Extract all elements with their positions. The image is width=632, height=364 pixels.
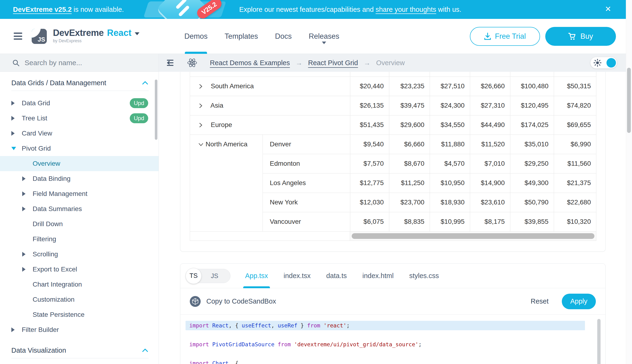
- cell[interactable]: $6,075: [350, 212, 389, 231]
- buy-button[interactable]: Buy: [545, 27, 616, 46]
- city-header[interactable]: Vancouver: [263, 212, 350, 231]
- row-header[interactable]: Asia: [190, 96, 350, 115]
- language-toggle[interactable]: TS JS: [186, 269, 231, 283]
- row-header-north-america[interactable]: North America: [190, 134, 263, 231]
- chevron-right-icon[interactable]: [198, 103, 203, 108]
- sidebar-scrollbar[interactable]: [155, 80, 157, 140]
- breadcrumb-pivot-grid-link[interactable]: React Pivot Grid: [308, 59, 358, 67]
- framework-selector-label[interactable]: React: [107, 28, 132, 38]
- cell[interactable]: $14,900: [470, 173, 510, 192]
- sidebar-item-export-to-excel[interactable]: Export to Excel: [0, 262, 159, 277]
- chevron-down-icon[interactable]: [198, 142, 204, 147]
- cell[interactable]: $18,930: [430, 192, 470, 212]
- cell[interactable]: $50,790: [510, 192, 554, 212]
- copy-to-codesandbox-label[interactable]: Copy to CodeSandBox: [206, 298, 276, 305]
- city-header[interactable]: Edmonton: [263, 154, 350, 173]
- nav-demos[interactable]: Demos: [184, 19, 207, 54]
- cell[interactable]: $24,300: [430, 96, 470, 115]
- cell[interactable]: $34,550: [430, 115, 470, 134]
- cell[interactable]: $20,440: [350, 76, 389, 96]
- cell[interactable]: $12,030: [350, 192, 389, 212]
- banner-version-link[interactable]: DevExtreme v25.2: [13, 6, 72, 13]
- reset-button[interactable]: Reset: [531, 298, 549, 305]
- breadcrumb-demos-link[interactable]: React Demos & Examples: [210, 59, 290, 67]
- sidebar-item-data-binding[interactable]: Data Binding: [0, 171, 159, 186]
- city-header[interactable]: Los Angeles: [263, 173, 350, 192]
- expand-arrow-icon[interactable]: [22, 192, 33, 196]
- cell[interactable]: $21,375: [554, 173, 596, 192]
- tab-index-html[interactable]: index.html: [362, 264, 393, 288]
- js-logo[interactable]: JS: [32, 29, 47, 44]
- expand-arrow-icon[interactable]: [22, 252, 33, 256]
- sidebar-item-chart-integration[interactable]: Chart Integration: [0, 277, 159, 292]
- tab-data-ts[interactable]: data.ts: [326, 264, 347, 288]
- cell[interactable]: $35,010: [510, 134, 554, 154]
- cell[interactable]: $29,250: [510, 154, 554, 173]
- nav-docs[interactable]: Docs: [275, 19, 292, 54]
- brand-block[interactable]: DevExtreme React by DevExpress: [53, 28, 139, 44]
- hamburger-menu-icon[interactable]: [14, 32, 22, 40]
- cell[interactable]: $39,475: [389, 96, 430, 115]
- language-option-js[interactable]: JS: [211, 269, 219, 283]
- cell[interactable]: $23,610: [470, 192, 510, 212]
- cell[interactable]: $8,670: [389, 154, 430, 173]
- cell[interactable]: $26,660: [470, 76, 510, 96]
- city-header[interactable]: Denver: [263, 134, 350, 154]
- cell[interactable]: $174,025: [510, 115, 554, 134]
- sidebar-item-filtering[interactable]: Filtering: [0, 232, 159, 247]
- cell[interactable]: $8,835: [389, 212, 430, 231]
- expand-arrow-icon[interactable]: [22, 267, 33, 272]
- free-trial-button[interactable]: Free Trial: [470, 27, 540, 46]
- section-data-visualization[interactable]: Data Visualization: [0, 344, 159, 357]
- banner-close-icon[interactable]: ✕: [605, 5, 611, 13]
- page-scrollbar-thumb[interactable]: [627, 68, 631, 133]
- code-scrollbar-thumb[interactable]: [597, 319, 600, 364]
- row-header[interactable]: South America: [190, 76, 350, 96]
- cell[interactable]: $10,995: [430, 212, 470, 231]
- sidebar-item-card-view[interactable]: Card View: [0, 126, 159, 141]
- cell[interactable]: $39,855: [510, 212, 554, 231]
- cell[interactable]: $9,540: [350, 134, 389, 154]
- tab-styles-css[interactable]: styles.css: [409, 264, 439, 288]
- code-editor[interactable]: import React, { useEffect, useRef } from…: [180, 315, 605, 364]
- cell[interactable]: $29,600: [389, 115, 430, 134]
- sidebar-item-pivot-grid[interactable]: Pivot Grid: [0, 141, 159, 156]
- sidebar-item-filter-builder[interactable]: Filter Builder: [0, 322, 159, 337]
- row-header[interactable]: Europe: [190, 115, 350, 134]
- apply-button[interactable]: Apply: [562, 294, 596, 309]
- sidebar-item-drill-down[interactable]: Drill Down: [0, 216, 159, 232]
- search-input[interactable]: [25, 59, 159, 67]
- sidebar-item-scrolling[interactable]: Scrolling: [0, 247, 159, 262]
- sidebar-item-field-management[interactable]: Field Management: [0, 186, 159, 201]
- sidebar-item-customization[interactable]: Customization: [0, 292, 159, 307]
- pivot-hscrollbar-thumb[interactable]: [352, 233, 594, 239]
- cell[interactable]: $10,320: [554, 212, 596, 231]
- sidebar-item-data-grid[interactable]: Data Grid Upd: [0, 96, 159, 111]
- section-data-grids[interactable]: Data Grids / Data Management: [0, 76, 159, 90]
- cell[interactable]: $26,135: [350, 96, 389, 115]
- cell[interactable]: $11,250: [389, 173, 430, 192]
- page-scrollbar-track[interactable]: [626, 0, 632, 364]
- nav-templates[interactable]: Templates: [225, 19, 258, 54]
- cell[interactable]: $27,510: [430, 76, 470, 96]
- cell[interactable]: $44,490: [470, 115, 510, 134]
- theme-toggle[interactable]: [590, 57, 617, 68]
- tab-index-tsx[interactable]: index.tsx: [284, 264, 311, 288]
- cell[interactable]: $74,820: [554, 96, 596, 115]
- cell[interactable]: $10,950: [430, 173, 470, 192]
- expand-arrow-icon[interactable]: [22, 206, 33, 211]
- sidebar-item-data-summaries[interactable]: Data Summaries: [0, 201, 159, 216]
- chevron-right-icon[interactable]: [198, 122, 203, 128]
- city-header[interactable]: New York: [263, 192, 350, 212]
- cell[interactable]: $11,520: [470, 134, 510, 154]
- cell[interactable]: $6,660: [389, 134, 430, 154]
- theme-toggle-knob[interactable]: [606, 58, 616, 68]
- cell[interactable]: $69,655: [554, 115, 596, 134]
- cell[interactable]: $7,010: [470, 154, 510, 173]
- tab-app-tsx[interactable]: App.tsx: [245, 264, 268, 288]
- cell[interactable]: $11,880: [430, 134, 470, 154]
- cell[interactable]: $51,435: [350, 115, 389, 134]
- expand-arrow-icon[interactable]: [11, 131, 22, 136]
- cell[interactable]: $100,480: [510, 76, 554, 96]
- cell[interactable]: $11,560: [554, 154, 596, 173]
